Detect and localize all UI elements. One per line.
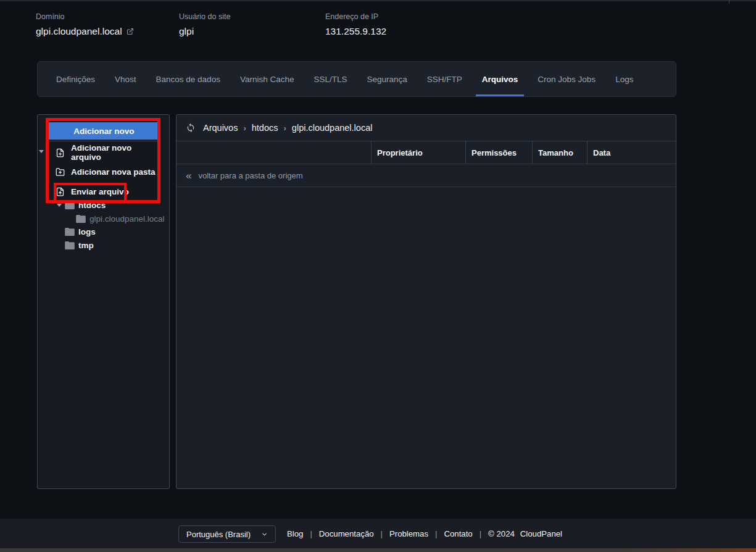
- ip-label: Endereço de IP: [325, 12, 386, 21]
- column-name: [177, 141, 371, 164]
- tree-item-label: logs: [78, 227, 96, 236]
- footer-link-problemas[interactable]: Problemas: [389, 529, 428, 538]
- breadcrumb-glpi-cloudpanel-local[interactable]: glpi.cloudpanel.local: [292, 123, 373, 133]
- tree-item-logs[interactable]: logs: [38, 225, 169, 238]
- footer-link-documentacao[interactable]: Documentação: [319, 529, 374, 538]
- tree-root-caret-icon[interactable]: [39, 150, 44, 153]
- file-plus-icon: [56, 148, 65, 157]
- tab-varnish-cache[interactable]: Varnish Cache: [230, 62, 304, 96]
- column-owner: Proprietário: [371, 141, 465, 164]
- folder-icon: [65, 201, 75, 209]
- menu-item-label: Adicionar novo arquivo: [71, 143, 160, 162]
- tree-item-label: tmp: [78, 241, 94, 250]
- tree-item-tmp[interactable]: tmp: [38, 239, 169, 252]
- menu-item-label: Adicionar nova pasta: [71, 167, 156, 177]
- site-user-label: Usuário do site: [179, 12, 230, 21]
- tab-ssh-ftp[interactable]: SSH/FTP: [417, 62, 472, 96]
- footer-link-contato[interactable]: Contato: [444, 529, 472, 538]
- external-link-icon[interactable]: [127, 28, 134, 35]
- breadcrumb-htdocs[interactable]: htdocs: [252, 123, 278, 133]
- language-select[interactable]: Português (Brasil): [178, 525, 276, 543]
- browser-top-edge: [0, 0, 756, 1]
- language-select-value: Português (Brasil): [186, 530, 251, 539]
- folder-icon: [65, 241, 75, 249]
- ip-info: Endereço de IP 131.255.9.132: [325, 12, 386, 37]
- chevron-down-icon[interactable]: [57, 204, 62, 207]
- tab-logs[interactable]: Logs: [605, 62, 643, 96]
- tab-arquivos[interactable]: Arquivos: [472, 62, 528, 96]
- chevron-right-icon: ›: [284, 123, 286, 133]
- column-date: Data: [587, 141, 676, 164]
- tree-item-glpi-cloudpanel-local[interactable]: glpi.cloudpanel.local: [38, 212, 169, 225]
- breadcrumb-arquivos[interactable]: Arquivos: [203, 123, 238, 133]
- tab-seguranca[interactable]: Segurança: [357, 62, 417, 96]
- folder-icon: [76, 215, 86, 223]
- file-table-header: Proprietário Permissões Tamanho Data: [177, 141, 676, 164]
- column-size: Tamanho: [532, 141, 587, 164]
- browser-top-tick: [729, 0, 729, 4]
- add-new-dropdown: Adicionar novo arquivo Adicionar nova pa…: [48, 141, 160, 201]
- site-user-value: glpi: [179, 26, 194, 37]
- menu-item-upload-file[interactable]: Enviar arquivo: [48, 183, 160, 201]
- column-permissions: Permissões: [465, 141, 532, 164]
- add-new-button[interactable]: Adicionar novo: [48, 122, 160, 140]
- breadcrumb: Arquivos › htdocs › glpi.cloudpanel.loca…: [177, 115, 676, 141]
- footer-copyright: © 2024: [488, 529, 515, 538]
- footer-divider: |: [480, 529, 481, 538]
- footer-links: Blog | Documentação | Problemas | Contat…: [287, 519, 562, 548]
- back-to-parent-label: voltar para a pasta de origem: [198, 171, 302, 180]
- folder-plus-icon: [56, 167, 65, 177]
- footer: Português (Brasil) Blog | Documentação |…: [0, 519, 756, 548]
- footer-divider: |: [381, 529, 383, 538]
- tab-ssl-tls[interactable]: SSL/TLS: [304, 62, 357, 96]
- site-tabs: Definições Vhost Bancos de dados Varnish…: [37, 61, 676, 97]
- tab-cron-jobs[interactable]: Cron Jobs Jobs: [528, 62, 605, 96]
- chevron-right-icon: ›: [243, 123, 246, 133]
- menu-item-add-folder[interactable]: Adicionar nova pasta: [48, 163, 160, 182]
- tree-item-label: glpi.cloudpanel.local: [89, 214, 165, 224]
- chevron-down-icon: [261, 531, 268, 538]
- file-tree-sidebar: Adicionar novo Adicionar novo arquivo Ad…: [37, 114, 170, 489]
- tree-item-label: htdocs: [78, 201, 106, 210]
- footer-link-blog[interactable]: Blog: [287, 529, 303, 538]
- refresh-icon[interactable]: [186, 123, 196, 133]
- footer-divider: |: [435, 529, 437, 538]
- folder-icon: [65, 228, 75, 236]
- menu-item-add-file[interactable]: Adicionar novo arquivo: [48, 143, 160, 162]
- file-manager-panel: Arquivos › htdocs › glpi.cloudpanel.loca…: [176, 114, 676, 489]
- footer-divider: |: [310, 529, 312, 538]
- taskbar-edge: [0, 548, 756, 552]
- back-to-parent-row[interactable]: « voltar para a pasta de origem: [177, 164, 676, 187]
- footer-brand[interactable]: CloudPanel: [520, 529, 562, 538]
- domain-info: Domínio glpi.cloudpanel.local: [36, 12, 134, 37]
- tab-vhost[interactable]: Vhost: [105, 62, 146, 96]
- domain-value: glpi.cloudpanel.local: [36, 26, 122, 37]
- ip-value: 131.255.9.132: [325, 26, 386, 37]
- menu-item-label: Enviar arquivo: [71, 187, 129, 196]
- tab-definicoes[interactable]: Definições: [46, 62, 105, 96]
- tab-bancos-de-dados[interactable]: Bancos de dados: [146, 62, 230, 96]
- domain-label: Domínio: [36, 12, 134, 21]
- site-user-info: Usuário do site glpi: [179, 12, 230, 37]
- file-upload-icon: [56, 187, 65, 196]
- double-chevron-left-icon: «: [186, 170, 191, 181]
